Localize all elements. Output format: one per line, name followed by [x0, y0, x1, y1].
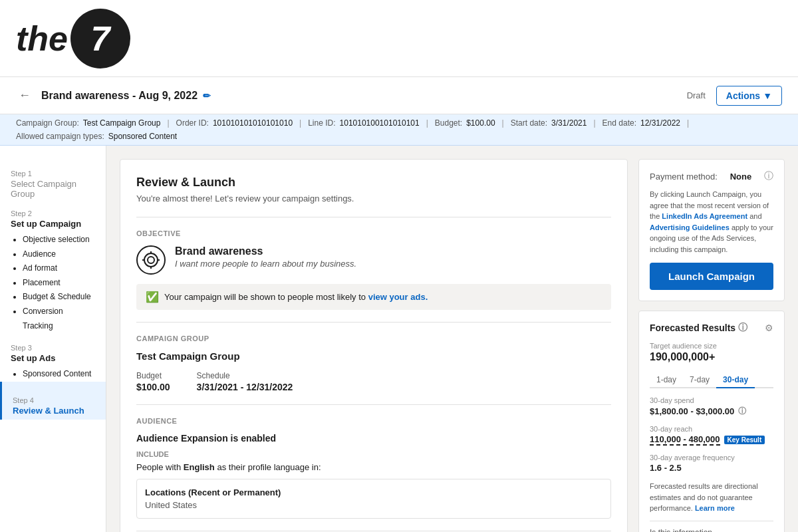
sidebar-item-objective[interactable]: Objective selection	[23, 233, 95, 247]
reach-row: 30-day reach 110,000 - 480,000 Key Resul…	[650, 425, 773, 446]
chevron-down-icon: ▼	[763, 90, 772, 101]
logo-area: the 7	[16, 9, 130, 68]
cg-schedule: Schedule 3/31/2021 - 12/31/2022	[197, 371, 293, 392]
step1-title: Select Campaign Group	[11, 179, 95, 199]
tab-30day[interactable]: 30-day	[716, 372, 755, 388]
edit-icon[interactable]: ✏	[203, 90, 211, 101]
info-bar: Campaign Group: Test Campaign Group | Or…	[0, 114, 798, 146]
objective-desc: I want more people to learn about my bus…	[175, 259, 356, 269]
tab-1day[interactable]: 1-day	[650, 372, 683, 387]
campaign-bar: ← Brand awareness - Aug 9, 2022 ✏ Draft …	[0, 77, 798, 114]
forecast-card: Forecasted Results ⓘ ⚙ Target audience s…	[638, 311, 785, 532]
check-icon: ✅	[146, 291, 159, 303]
payment-card: Payment method: None ⓘ By clicking Launc…	[638, 159, 785, 301]
main-panel: Review & Launch You're almost there! Let…	[120, 159, 628, 532]
campaign-bar-left: ← Brand awareness - Aug 9, 2022 ✏	[16, 86, 211, 105]
step1: Step 1 Select Campaign Group	[11, 170, 95, 199]
freq-row: 30-day average frequency 1.6 - 2.5	[650, 454, 773, 473]
objective-row: Brand awareness I want more people to le…	[136, 245, 611, 275]
audience-section: AUDIENCE Audience Expansion is enabled I…	[136, 404, 611, 531]
learn-more-link[interactable]: Learn more	[695, 504, 735, 512]
logo-circle: 7	[70, 9, 130, 68]
gear-icon[interactable]: ⚙	[765, 323, 773, 333]
audience-enabled: Audience Expansion is enabled	[136, 433, 611, 444]
forecast-audience: Target audience size 190,000,000+	[650, 342, 773, 363]
guidelines-link[interactable]: Advertising Guidelines	[650, 223, 730, 231]
key-result-badge: Key Result	[724, 436, 765, 444]
sidebar: Step 1 Select Campaign Group Step 2 Set …	[0, 146, 106, 532]
step3: Step 3 Set up Ads Sponsored Content	[11, 344, 95, 382]
step4: Step 4 Review & Launch	[0, 382, 106, 420]
linkedin-agreement-link[interactable]: LinkedIn Ads Agreement	[662, 212, 747, 220]
panel-title: Review & Launch	[136, 176, 611, 190]
panel-subtitle: You're almost there! Let's review your c…	[136, 194, 611, 203]
actions-button[interactable]: Actions ▼	[716, 86, 782, 106]
notice-link[interactable]: view your ads.	[368, 292, 428, 302]
spend-val: $1,800.00 - $3,000.00	[650, 406, 734, 416]
campaign-group-section: CAMPAIGN GROUP Test Campaign Group Budge…	[136, 322, 611, 404]
forecast-info-icon[interactable]: ⓘ	[738, 322, 747, 334]
svg-point-0	[144, 253, 158, 267]
tab-7day[interactable]: 7-day	[683, 372, 716, 387]
notice-text: Your campaign will be shown to people mo…	[164, 292, 428, 302]
legal-text: By clicking Launch Campaign, you agree t…	[650, 189, 773, 255]
objective-section: OBJECTIVE Brand awareness	[136, 217, 611, 322]
objective-icon	[136, 245, 166, 275]
forecast-disclaimer: Forecasted results are directional estim…	[650, 481, 773, 514]
sidebar-item-sponsored[interactable]: Sponsored Content	[23, 367, 95, 382]
svg-point-1	[148, 257, 154, 263]
logo-number: 7	[91, 21, 110, 56]
draft-badge: Draft	[687, 90, 706, 100]
sidebar-item-audience[interactable]: Audience	[23, 247, 95, 262]
forecast-title: Forecasted Results ⓘ	[650, 322, 747, 334]
step2-items: Objective selection Audience Ad format P…	[11, 233, 95, 333]
sidebar-item-placement[interactable]: Placement	[23, 276, 95, 291]
step3-items: Sponsored Content	[11, 367, 95, 382]
step4-title: Review & Launch	[13, 406, 95, 416]
objective-text: Brand awareness I want more people to le…	[175, 245, 356, 269]
location-box: Locations (Recent or Permanent) United S…	[136, 479, 611, 519]
location-val: United States	[145, 500, 602, 510]
step2: Step 2 Set up Campaign Objective selecti…	[11, 209, 95, 333]
step2-title: Set up Campaign	[11, 219, 95, 229]
back-button[interactable]: ←	[16, 86, 33, 105]
forecast-header: Forecasted Results ⓘ ⚙	[650, 322, 773, 334]
campaign-title: Brand awareness - Aug 9, 2022 ✏	[41, 90, 211, 102]
campaign-bar-right: Draft Actions ▼	[687, 86, 782, 106]
divider	[650, 521, 773, 521]
spend-row: 30-day spend $1,800.00 - $3,000.00 ⓘ	[650, 396, 773, 417]
reach-val: 110,000 - 480,000	[650, 434, 720, 446]
logo-text: the	[16, 21, 68, 56]
content-area: Review & Launch You're almost there! Let…	[106, 146, 798, 532]
payment-info-icon[interactable]: ⓘ	[764, 170, 773, 182]
helpful-row: Is this information helpful? Yes No	[650, 528, 773, 533]
cg-name: Test Campaign Group	[136, 350, 611, 362]
audience-desc: People with English as their profile lan…	[136, 462, 611, 472]
right-panel: Payment method: None ⓘ By clicking Launc…	[638, 159, 785, 532]
day-tabs: 1-day 7-day 30-day	[650, 372, 773, 388]
spend-info-icon[interactable]: ⓘ	[738, 406, 746, 417]
cg-budget: Budget $100.00	[136, 371, 170, 392]
main-layout: Step 1 Select Campaign Group Step 2 Set …	[0, 146, 798, 532]
objective-name: Brand awareness	[175, 245, 356, 257]
launch-campaign-button[interactable]: Launch Campaign	[650, 263, 773, 290]
freq-val: 1.6 - 2.5	[650, 463, 682, 473]
sidebar-steps: Step 1 Select Campaign Group Step 2 Set …	[0, 159, 106, 420]
cg-details: Budget $100.00 Schedule 3/31/2021 - 12/3…	[136, 371, 611, 392]
payment-row: Payment method: None ⓘ	[650, 170, 773, 182]
step3-title: Set up Ads	[11, 353, 95, 363]
info-notice: ✅ Your campaign will be shown to people …	[136, 284, 611, 310]
sidebar-item-budget[interactable]: Budget & Schedule	[23, 290, 95, 305]
sidebar-item-conversion[interactable]: Conversion Tracking	[23, 305, 95, 333]
location-title: Locations (Recent or Permanent)	[145, 487, 602, 497]
top-header: the 7	[0, 0, 798, 77]
sidebar-item-adformat[interactable]: Ad format	[23, 261, 95, 276]
